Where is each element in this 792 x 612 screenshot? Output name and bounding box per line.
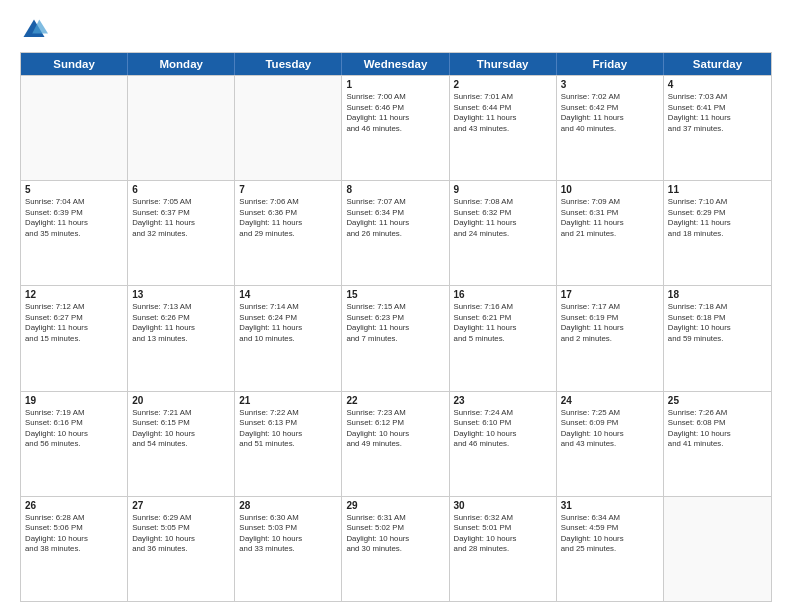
weekday-header: Sunday [21, 53, 128, 75]
day-number: 14 [239, 289, 337, 300]
calendar-row: 5Sunrise: 7:04 AM Sunset: 6:39 PM Daylig… [21, 180, 771, 285]
day-number: 1 [346, 79, 444, 90]
day-number: 22 [346, 395, 444, 406]
logo [20, 16, 52, 44]
weekday-header: Tuesday [235, 53, 342, 75]
calendar-cell: 7Sunrise: 7:06 AM Sunset: 6:36 PM Daylig… [235, 181, 342, 285]
calendar-cell: 14Sunrise: 7:14 AM Sunset: 6:24 PM Dayli… [235, 286, 342, 390]
day-info: Sunrise: 7:05 AM Sunset: 6:37 PM Dayligh… [132, 197, 230, 239]
day-number: 24 [561, 395, 659, 406]
calendar-cell: 30Sunrise: 6:32 AM Sunset: 5:01 PM Dayli… [450, 497, 557, 601]
day-info: Sunrise: 7:19 AM Sunset: 6:16 PM Dayligh… [25, 408, 123, 450]
calendar-cell: 11Sunrise: 7:10 AM Sunset: 6:29 PM Dayli… [664, 181, 771, 285]
day-number: 18 [668, 289, 767, 300]
calendar-header: SundayMondayTuesdayWednesdayThursdayFrid… [21, 53, 771, 75]
calendar-cell: 2Sunrise: 7:01 AM Sunset: 6:44 PM Daylig… [450, 76, 557, 180]
day-info: Sunrise: 7:08 AM Sunset: 6:32 PM Dayligh… [454, 197, 552, 239]
day-info: Sunrise: 7:10 AM Sunset: 6:29 PM Dayligh… [668, 197, 767, 239]
day-info: Sunrise: 6:31 AM Sunset: 5:02 PM Dayligh… [346, 513, 444, 555]
day-info: Sunrise: 7:14 AM Sunset: 6:24 PM Dayligh… [239, 302, 337, 344]
day-number: 6 [132, 184, 230, 195]
day-number: 16 [454, 289, 552, 300]
day-info: Sunrise: 7:01 AM Sunset: 6:44 PM Dayligh… [454, 92, 552, 134]
calendar-cell: 1Sunrise: 7:00 AM Sunset: 6:46 PM Daylig… [342, 76, 449, 180]
weekday-header: Saturday [664, 53, 771, 75]
day-info: Sunrise: 7:00 AM Sunset: 6:46 PM Dayligh… [346, 92, 444, 134]
day-number: 26 [25, 500, 123, 511]
calendar-cell: 12Sunrise: 7:12 AM Sunset: 6:27 PM Dayli… [21, 286, 128, 390]
day-number: 27 [132, 500, 230, 511]
calendar-cell: 5Sunrise: 7:04 AM Sunset: 6:39 PM Daylig… [21, 181, 128, 285]
calendar-cell [128, 76, 235, 180]
day-number: 28 [239, 500, 337, 511]
day-info: Sunrise: 7:09 AM Sunset: 6:31 PM Dayligh… [561, 197, 659, 239]
day-number: 21 [239, 395, 337, 406]
day-info: Sunrise: 7:18 AM Sunset: 6:18 PM Dayligh… [668, 302, 767, 344]
day-info: Sunrise: 7:06 AM Sunset: 6:36 PM Dayligh… [239, 197, 337, 239]
day-number: 10 [561, 184, 659, 195]
calendar-cell [235, 76, 342, 180]
calendar-cell: 9Sunrise: 7:08 AM Sunset: 6:32 PM Daylig… [450, 181, 557, 285]
day-info: Sunrise: 6:28 AM Sunset: 5:06 PM Dayligh… [25, 513, 123, 555]
day-number: 11 [668, 184, 767, 195]
day-info: Sunrise: 7:16 AM Sunset: 6:21 PM Dayligh… [454, 302, 552, 344]
day-info: Sunrise: 7:12 AM Sunset: 6:27 PM Dayligh… [25, 302, 123, 344]
calendar-row: 1Sunrise: 7:00 AM Sunset: 6:46 PM Daylig… [21, 75, 771, 180]
day-info: Sunrise: 7:24 AM Sunset: 6:10 PM Dayligh… [454, 408, 552, 450]
calendar-cell: 4Sunrise: 7:03 AM Sunset: 6:41 PM Daylig… [664, 76, 771, 180]
calendar-cell: 19Sunrise: 7:19 AM Sunset: 6:16 PM Dayli… [21, 392, 128, 496]
calendar-cell: 18Sunrise: 7:18 AM Sunset: 6:18 PM Dayli… [664, 286, 771, 390]
calendar-cell: 3Sunrise: 7:02 AM Sunset: 6:42 PM Daylig… [557, 76, 664, 180]
weekday-header: Wednesday [342, 53, 449, 75]
day-number: 20 [132, 395, 230, 406]
day-info: Sunrise: 6:30 AM Sunset: 5:03 PM Dayligh… [239, 513, 337, 555]
day-info: Sunrise: 7:03 AM Sunset: 6:41 PM Dayligh… [668, 92, 767, 134]
calendar-row: 12Sunrise: 7:12 AM Sunset: 6:27 PM Dayli… [21, 285, 771, 390]
calendar-cell: 26Sunrise: 6:28 AM Sunset: 5:06 PM Dayli… [21, 497, 128, 601]
day-number: 5 [25, 184, 123, 195]
day-number: 9 [454, 184, 552, 195]
day-info: Sunrise: 7:04 AM Sunset: 6:39 PM Dayligh… [25, 197, 123, 239]
day-info: Sunrise: 7:22 AM Sunset: 6:13 PM Dayligh… [239, 408, 337, 450]
calendar-cell: 6Sunrise: 7:05 AM Sunset: 6:37 PM Daylig… [128, 181, 235, 285]
calendar-cell: 24Sunrise: 7:25 AM Sunset: 6:09 PM Dayli… [557, 392, 664, 496]
day-number: 4 [668, 79, 767, 90]
calendar-cell [664, 497, 771, 601]
calendar-cell: 15Sunrise: 7:15 AM Sunset: 6:23 PM Dayli… [342, 286, 449, 390]
page: SundayMondayTuesdayWednesdayThursdayFrid… [0, 0, 792, 612]
day-info: Sunrise: 6:29 AM Sunset: 5:05 PM Dayligh… [132, 513, 230, 555]
header [20, 16, 772, 44]
calendar-cell: 13Sunrise: 7:13 AM Sunset: 6:26 PM Dayli… [128, 286, 235, 390]
logo-icon [20, 16, 48, 44]
day-info: Sunrise: 7:25 AM Sunset: 6:09 PM Dayligh… [561, 408, 659, 450]
calendar: SundayMondayTuesdayWednesdayThursdayFrid… [20, 52, 772, 602]
calendar-cell: 23Sunrise: 7:24 AM Sunset: 6:10 PM Dayli… [450, 392, 557, 496]
calendar-cell: 17Sunrise: 7:17 AM Sunset: 6:19 PM Dayli… [557, 286, 664, 390]
calendar-cell: 21Sunrise: 7:22 AM Sunset: 6:13 PM Dayli… [235, 392, 342, 496]
day-number: 19 [25, 395, 123, 406]
calendar-cell: 16Sunrise: 7:16 AM Sunset: 6:21 PM Dayli… [450, 286, 557, 390]
weekday-header: Thursday [450, 53, 557, 75]
day-number: 25 [668, 395, 767, 406]
day-info: Sunrise: 7:13 AM Sunset: 6:26 PM Dayligh… [132, 302, 230, 344]
calendar-row: 26Sunrise: 6:28 AM Sunset: 5:06 PM Dayli… [21, 496, 771, 601]
day-number: 3 [561, 79, 659, 90]
day-number: 30 [454, 500, 552, 511]
day-info: Sunrise: 7:07 AM Sunset: 6:34 PM Dayligh… [346, 197, 444, 239]
day-number: 7 [239, 184, 337, 195]
calendar-cell: 27Sunrise: 6:29 AM Sunset: 5:05 PM Dayli… [128, 497, 235, 601]
day-info: Sunrise: 6:34 AM Sunset: 4:59 PM Dayligh… [561, 513, 659, 555]
calendar-body: 1Sunrise: 7:00 AM Sunset: 6:46 PM Daylig… [21, 75, 771, 601]
calendar-cell: 29Sunrise: 6:31 AM Sunset: 5:02 PM Dayli… [342, 497, 449, 601]
calendar-cell: 10Sunrise: 7:09 AM Sunset: 6:31 PM Dayli… [557, 181, 664, 285]
calendar-cell: 20Sunrise: 7:21 AM Sunset: 6:15 PM Dayli… [128, 392, 235, 496]
calendar-cell [21, 76, 128, 180]
day-number: 17 [561, 289, 659, 300]
day-number: 13 [132, 289, 230, 300]
calendar-cell: 8Sunrise: 7:07 AM Sunset: 6:34 PM Daylig… [342, 181, 449, 285]
day-number: 2 [454, 79, 552, 90]
day-info: Sunrise: 7:23 AM Sunset: 6:12 PM Dayligh… [346, 408, 444, 450]
day-info: Sunrise: 6:32 AM Sunset: 5:01 PM Dayligh… [454, 513, 552, 555]
day-number: 12 [25, 289, 123, 300]
day-info: Sunrise: 7:02 AM Sunset: 6:42 PM Dayligh… [561, 92, 659, 134]
